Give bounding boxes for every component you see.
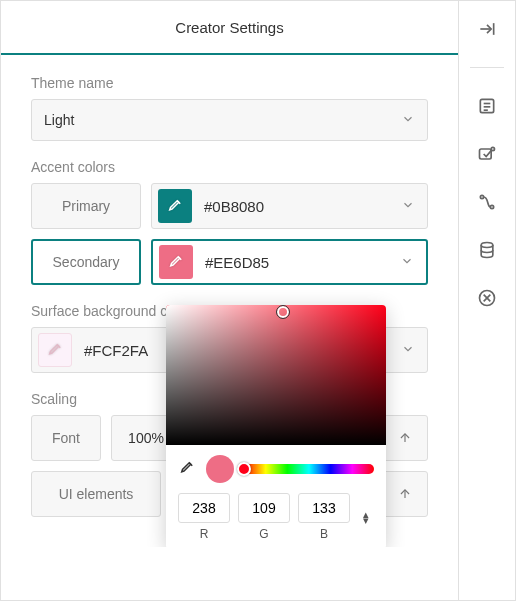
data-button[interactable]: [475, 238, 499, 262]
primary-color-field[interactable]: #0B8080: [151, 183, 428, 229]
b-input[interactable]: [298, 493, 350, 523]
secondary-swatch: [159, 245, 193, 279]
g-input[interactable]: [238, 493, 290, 523]
panel-title: Creator Settings: [175, 19, 283, 36]
ui-scale-up[interactable]: [382, 471, 428, 517]
color-mode-toggle[interactable]: ▴▾: [358, 511, 374, 523]
list-icon: [477, 96, 497, 116]
surface-bg-swatch: [38, 333, 72, 367]
logic-icon: [477, 192, 497, 212]
color-picker-popover: R G B ▴▾: [166, 305, 386, 547]
ui-elements-label: UI elements: [31, 471, 161, 517]
svg-point-9: [491, 147, 494, 150]
svg-point-11: [490, 205, 493, 208]
collapse-button[interactable]: [475, 17, 499, 41]
r-input[interactable]: [178, 493, 230, 523]
saturation-cursor[interactable]: [277, 306, 289, 318]
panel-header: Creator Settings: [1, 1, 458, 55]
app-root: Creator Settings Theme name Light Accent…: [0, 0, 516, 601]
secondary-label: Secondary: [31, 239, 141, 285]
theme-name-dropdown[interactable]: Light: [31, 99, 428, 141]
theme-name-value: Light: [44, 112, 401, 128]
right-sidebar: [459, 1, 515, 600]
eyedropper-icon: [167, 253, 185, 271]
primary-swatch: [158, 189, 192, 223]
font-label: Font: [31, 415, 101, 461]
chevron-down-icon: [401, 198, 415, 215]
list-button[interactable]: [475, 94, 499, 118]
current-color-swatch: [206, 455, 234, 483]
svg-point-10: [480, 195, 483, 198]
hue-cursor[interactable]: [237, 462, 251, 476]
hue-slider[interactable]: [244, 464, 374, 474]
b-label: B: [298, 527, 350, 541]
saturation-area[interactable]: [166, 305, 386, 445]
secondary-color-field[interactable]: #EE6D85: [151, 239, 428, 285]
design-icon: [477, 144, 497, 164]
chevron-down-icon: [401, 112, 415, 129]
eyedropper-icon: [46, 341, 64, 359]
svg-point-12: [481, 243, 493, 248]
r-label: R: [178, 527, 230, 541]
primary-color-row: Primary #0B8080: [31, 183, 428, 229]
primary-label: Primary: [31, 183, 141, 229]
theme-name-label: Theme name: [31, 75, 428, 91]
database-icon: [477, 240, 497, 260]
accent-colors-label: Accent colors: [31, 159, 428, 175]
main-panel: Creator Settings Theme name Light Accent…: [1, 1, 459, 600]
svg-rect-8: [480, 149, 492, 159]
font-scale-up[interactable]: [382, 415, 428, 461]
collapse-icon: [477, 19, 497, 39]
g-label: G: [238, 527, 290, 541]
secondary-hex: #EE6D85: [205, 254, 388, 271]
logic-button[interactable]: [475, 190, 499, 214]
arrow-up-icon: [398, 431, 412, 445]
close-button[interactable]: [475, 286, 499, 310]
close-circle-icon: [477, 288, 497, 308]
chevron-down-icon: [401, 342, 415, 359]
picker-controls: R G B ▴▾: [166, 445, 386, 547]
arrow-up-icon: [398, 487, 412, 501]
panel-content: Theme name Light Accent colors Primary #…: [1, 55, 458, 547]
secondary-color-row: Secondary #EE6D85: [31, 239, 428, 285]
primary-hex: #0B8080: [204, 198, 389, 215]
eyedropper-button[interactable]: [178, 459, 196, 480]
eyedropper-icon: [166, 197, 184, 215]
chevron-down-icon: [400, 254, 414, 271]
design-button[interactable]: [475, 142, 499, 166]
